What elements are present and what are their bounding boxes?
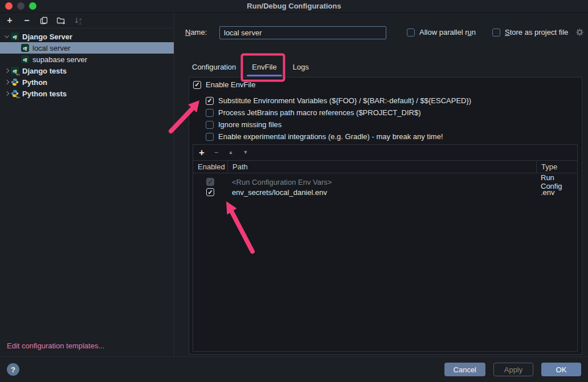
configurations-tree: Django Server local server supabase serv… <box>0 31 174 99</box>
substitute-env-vars-label: Substitute Environment Variables (${FOO}… <box>218 96 471 105</box>
row-type: .env <box>536 188 577 197</box>
title-bar: Run/Debug Configurations <box>0 0 588 13</box>
experimental-integrations-checkbox[interactable] <box>206 133 214 141</box>
process-path-macros-row[interactable]: Process JetBrains path macro references … <box>206 107 471 119</box>
allow-parallel-run-checkbox[interactable] <box>407 29 415 36</box>
ignore-missing-files-checkbox[interactable] <box>206 121 214 129</box>
add-configuration-icon[interactable] <box>5 16 15 25</box>
tree-item-local-server[interactable]: local server <box>0 42 174 54</box>
django-icon <box>11 32 19 40</box>
run-debug-configurations-dialog: Run/Debug Configurations a <box>0 0 588 382</box>
svg-text:z: z <box>79 21 81 25</box>
table-row-env-secrets-file[interactable]: env_secrets/local_daniel.env .env <box>193 186 577 198</box>
table-move-down-icon[interactable]: ▼ <box>243 150 248 155</box>
store-as-project-file-checkbox-row[interactable]: Store as project file <box>492 28 584 36</box>
table-move-up-icon[interactable]: ▲ <box>228 150 234 155</box>
chevron-down-icon[interactable] <box>3 35 11 38</box>
env-files-table: + − ▲ ▼ Enabled Path Type <Run Configura… <box>193 144 578 352</box>
new-folder-icon[interactable] <box>56 16 66 25</box>
process-path-macros-label: Process JetBrains path macro references … <box>218 108 420 117</box>
tree-item-supabase-server[interactable]: supabase server <box>0 54 174 65</box>
django-icon <box>21 44 29 52</box>
tab-configuration[interactable]: Configuration <box>192 57 236 77</box>
ignore-missing-files-row[interactable]: Ignore missing files <box>206 119 471 131</box>
tree-item-django-server[interactable]: Django Server <box>0 31 174 42</box>
enable-envfile-label: Enable EnvFile <box>206 80 255 89</box>
python-tests-icon <box>11 90 19 97</box>
gear-icon[interactable] <box>575 28 584 36</box>
configurations-sidebar: a z Django Server local server supabase … <box>0 13 174 356</box>
configuration-tabs: Configuration EnvFile Logs <box>192 57 309 77</box>
tree-item-django-tests[interactable]: Django tests <box>0 65 174 76</box>
ok-button[interactable]: OK <box>541 363 581 376</box>
row-path: env_secrets/local_daniel.env <box>227 188 536 197</box>
tree-item-label: Python tests <box>22 90 67 98</box>
tree-item-label: Django Server <box>22 32 72 41</box>
row-enabled-checkbox <box>206 178 214 186</box>
django-tests-icon <box>11 67 19 75</box>
django-icon <box>21 55 29 63</box>
substitute-env-vars-checkbox[interactable] <box>206 97 214 105</box>
sidebar-toolbar: a z <box>0 13 174 29</box>
chevron-right-icon[interactable] <box>3 80 11 84</box>
store-as-project-file-label: Store as project file <box>505 28 568 36</box>
tree-item-python[interactable]: Python <box>0 76 174 88</box>
allow-parallel-run-checkbox-row[interactable]: Allow parallel run <box>407 28 476 36</box>
table-toolbar: + − ▲ ▼ <box>193 145 577 161</box>
help-button[interactable]: ? <box>7 363 19 376</box>
svg-text:a: a <box>79 17 81 21</box>
tree-item-python-tests[interactable]: Python tests <box>0 88 174 99</box>
tree-item-label: Python <box>22 78 47 87</box>
chevron-right-icon[interactable] <box>3 92 11 95</box>
column-header-enabled: Enabled <box>193 161 227 173</box>
chevron-right-icon[interactable] <box>3 69 11 72</box>
sort-alphabetically-icon[interactable]: a z <box>73 16 83 25</box>
experimental-integrations-row[interactable]: Enable experimental integrations (e.g. G… <box>206 131 471 143</box>
dialog-title: Run/Debug Configurations <box>0 2 588 10</box>
table-remove-icon[interactable]: − <box>214 149 219 156</box>
name-input[interactable] <box>219 26 386 39</box>
ignore-missing-files-label: Ignore missing files <box>218 120 281 129</box>
table-header: Enabled Path Type <box>193 161 577 173</box>
store-as-project-file-checkbox[interactable] <box>492 29 500 36</box>
tab-envfile[interactable]: EnvFile <box>252 57 276 77</box>
python-icon <box>11 78 19 86</box>
cancel-button[interactable]: Cancel <box>444 363 485 376</box>
name-label: Name: <box>185 28 207 36</box>
dialog-footer: ? Cancel Apply OK <box>0 356 588 382</box>
envfile-options: Substitute Environment Variables (${FOO}… <box>206 95 471 143</box>
table-row-run-config-env-vars[interactable]: <Run Configuration Env Vars> Run Config <box>193 173 577 186</box>
row-path: <Run Configuration Env Vars> <box>227 178 536 186</box>
column-header-type: Type <box>536 161 577 173</box>
envfile-tab-panel: Enable EnvFile Substitute Environment Va… <box>189 77 582 355</box>
remove-configuration-icon[interactable] <box>22 16 32 25</box>
allow-parallel-run-label: Allow parallel run <box>419 28 476 36</box>
row-enabled-checkbox[interactable] <box>206 188 214 196</box>
tree-item-label: supabase server <box>32 55 87 64</box>
enable-envfile-checkbox[interactable] <box>193 81 201 89</box>
column-header-path: Path <box>227 161 536 173</box>
process-path-macros-checkbox[interactable] <box>206 109 214 117</box>
enable-envfile-row[interactable]: Enable EnvFile <box>193 80 255 89</box>
copy-configuration-icon[interactable] <box>39 16 49 25</box>
tab-logs[interactable]: Logs <box>293 57 309 77</box>
table-add-icon[interactable]: + <box>199 148 205 157</box>
substitute-env-vars-row[interactable]: Substitute Environment Variables (${FOO}… <box>206 95 471 107</box>
tree-item-label: Django tests <box>22 67 67 75</box>
experimental-integrations-label: Enable experimental integrations (e.g. G… <box>218 132 443 141</box>
apply-button[interactable]: Apply <box>493 363 533 376</box>
configuration-editor: Name: Allow parallel run Store as projec… <box>174 13 588 356</box>
edit-configuration-templates-link[interactable]: Edit configuration templates... <box>7 342 104 350</box>
tree-item-label: local server <box>32 44 70 52</box>
